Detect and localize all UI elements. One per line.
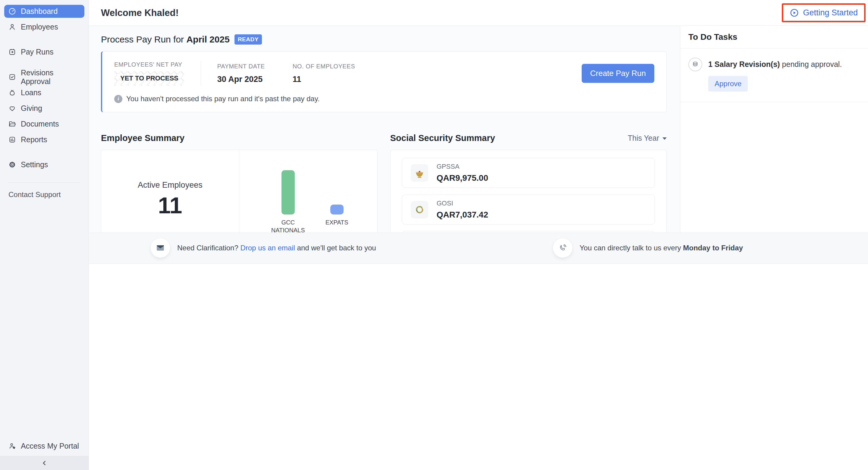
process-pay-run-section: Process Pay Run for April 2025 READY EMP… <box>101 34 667 113</box>
info-icon: i <box>114 95 122 103</box>
employee-summary-header: Employee Summary <box>101 132 378 144</box>
todo-task-text: 1 Salary Revision(s) pending approval. <box>708 58 842 69</box>
create-pay-run-button[interactable]: Create Pay Run <box>582 64 654 83</box>
todo-task-rest: pending approval. <box>780 60 842 68</box>
pay-run-title: Process Pay Run for April 2025 <box>101 34 230 44</box>
pay-run-period: April 2025 <box>186 34 229 44</box>
approve-button[interactable]: Approve <box>708 76 748 92</box>
social-security-title: Social Security Summary <box>390 133 495 143</box>
phone-text-days: Monday to Friday <box>683 244 743 252</box>
status-badge: READY <box>235 34 262 44</box>
active-employees-count: 11 <box>158 194 182 217</box>
social-security-column: Social Security Summary This Year <box>390 132 667 232</box>
sidebar-item-employees[interactable]: Employees <box>4 21 84 33</box>
giving-icon <box>8 104 16 113</box>
employee-summary-column: Employee Summary Active Employees 11 GCC… <box>101 132 378 232</box>
pay-run-title-prefix: Process Pay Run for <box>101 34 186 44</box>
bottom-strip <box>89 263 868 470</box>
app-root: Dashboard Employees Pay Runs Revisions A… <box>0 0 868 470</box>
todo-title: To Do Tasks <box>680 26 868 49</box>
payment-date-column: PAYMENT DATE 30 Apr 2025 <box>217 63 265 84</box>
social-security-card: GPSSA QAR9,975.00 GOSI QAR7,0 <box>390 150 667 232</box>
employee-bar-chart-area: GCC NATIONALSEXPATS <box>239 150 377 232</box>
active-employees-label: Active Employees <box>138 181 203 190</box>
pay-runs-icon <box>8 48 16 56</box>
net-pay-label: EMPLOYEES' NET PAY <box>114 61 184 68</box>
main-column: Welcome Khaled! Getting Started Process … <box>89 0 868 470</box>
sidebar-item-label: Employees <box>21 23 58 31</box>
email-text-suffix: and we'll get back to you <box>295 244 376 252</box>
sidebar-item-label: Loans <box>21 88 41 97</box>
social-security-period-dropdown[interactable]: This Year <box>628 134 667 143</box>
content-row: Process Pay Run for April 2025 READY EMP… <box>89 26 868 232</box>
chevron-down-icon <box>662 137 667 140</box>
sidebar-item-label: Documents <box>21 120 59 128</box>
sidebar-item-giving[interactable]: Giving <box>4 102 84 115</box>
sidebar-collapse-button[interactable] <box>0 456 89 470</box>
sidebar-item-label: Settings <box>21 160 48 169</box>
getting-started-button[interactable]: Getting Started <box>783 5 864 21</box>
employee-count-value: 11 <box>293 75 355 84</box>
email-support-text: Need Clarification? Drop us an email and… <box>177 244 376 252</box>
period-dropdown-label: This Year <box>628 134 659 143</box>
employee-bar-expats: EXPATS <box>326 169 348 232</box>
employee-summary-title: Employee Summary <box>101 133 184 143</box>
drop-us-an-email-link[interactable]: Drop us an email <box>240 244 295 252</box>
email-icon <box>151 238 170 258</box>
getting-started-label: Getting Started <box>803 8 858 18</box>
sidebar-item-loans[interactable]: Loans <box>4 86 84 99</box>
authority-amount: QAR9,975.00 <box>437 173 488 183</box>
employee-count-column: NO. OF EMPLOYEES 11 <box>293 63 355 84</box>
social-security-header: Social Security Summary This Year <box>390 132 667 144</box>
access-my-portal-label: Access My Portal <box>21 442 79 450</box>
contact-support-link[interactable]: Contact Support <box>8 190 80 199</box>
authority-amount: QAR7,037.42 <box>437 210 488 220</box>
pay-run-card: EMPLOYEES' NET PAY YET TO PROCESS PAYMEN… <box>101 51 667 113</box>
sidebar-spacer <box>0 199 89 442</box>
net-pay-value: YET TO PROCESS <box>114 71 184 86</box>
support-footer: Need Clarification? Drop us an email and… <box>89 232 868 263</box>
payment-date-label: PAYMENT DATE <box>217 63 265 70</box>
email-support-item: Need Clarification? Drop us an email and… <box>151 238 553 258</box>
employee-bar-gcc-nationals: GCC NATIONALS <box>268 169 308 232</box>
sidebar-item-label: Reports <box>21 135 47 144</box>
todo-task-count: 1 Salary Revision(s) <box>708 60 780 68</box>
sidebar-item-label: Pay Runs <box>21 48 53 56</box>
settings-icon <box>8 161 16 169</box>
sidebar-item-dashboard[interactable]: Dashboard <box>4 5 84 18</box>
sidebar: Dashboard Employees Pay Runs Revisions A… <box>0 0 89 470</box>
employee-summary-card: Active Employees 11 GCC NATIONALSEXPATS … <box>101 150 378 232</box>
authority-name: GOSI <box>437 199 488 207</box>
phone-icon <box>553 238 572 258</box>
pay-run-details: EMPLOYEES' NET PAY YET TO PROCESS PAYMEN… <box>114 61 654 86</box>
topbar: Welcome Khaled! Getting Started <box>89 0 868 26</box>
reports-icon <box>8 135 16 144</box>
payment-date-value: 30 Apr 2025 <box>217 75 265 84</box>
social-security-row-text: GOSI QAR7,037.42 <box>437 199 488 220</box>
sidebar-item-revisions-approval[interactable]: Revisions Approval <box>4 70 84 84</box>
todo-task-salary-revision: 1 Salary Revision(s) pending approval. A… <box>680 49 868 102</box>
phone-text-prefix: You can directly talk to us every <box>580 244 683 252</box>
annotation-highlight-box: Getting Started <box>782 3 866 22</box>
gosi-emblem-icon <box>411 201 428 218</box>
coins-icon <box>688 58 702 71</box>
loans-icon <box>8 89 16 97</box>
sidebar-item-settings[interactable]: Settings <box>4 158 84 171</box>
pay-run-info-note: i You haven't processed this pay run and… <box>114 95 654 103</box>
employee-count-label: NO. OF EMPLOYEES <box>293 63 355 70</box>
sidebar-item-reports[interactable]: Reports <box>4 133 84 146</box>
employees-icon <box>8 23 16 31</box>
email-text-prefix: Need Clarification? <box>177 244 240 252</box>
access-my-portal-link[interactable]: Access My Portal <box>8 442 80 450</box>
todo-task-content: 1 Salary Revision(s) pending approval. A… <box>708 58 842 92</box>
summary-cards-row: Employee Summary Active Employees 11 GCC… <box>101 132 667 232</box>
social-security-row-text: GPSSA QAR9,975.00 <box>437 163 488 183</box>
sidebar-item-documents[interactable]: Documents <box>4 118 84 130</box>
employee-bar-chart: GCC NATIONALSEXPATS <box>268 169 348 232</box>
social-security-row-gosi: GOSI QAR7,037.42 <box>402 195 655 225</box>
revisions-approval-icon <box>8 73 16 81</box>
sidebar-divider <box>8 182 80 183</box>
authority-name: GPSSA <box>437 163 488 170</box>
gpssa-emblem-icon <box>411 164 428 182</box>
sidebar-item-pay-runs[interactable]: Pay Runs <box>4 45 84 58</box>
